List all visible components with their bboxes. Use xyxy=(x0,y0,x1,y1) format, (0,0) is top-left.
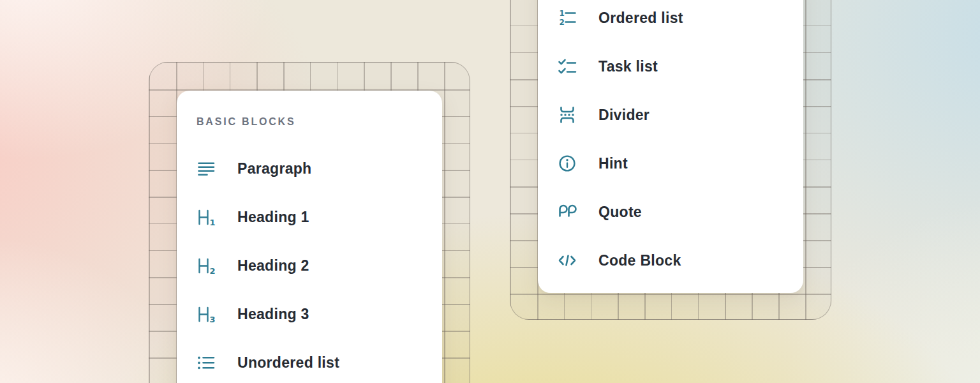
menu-item-heading-3[interactable]: 3 Heading 3 xyxy=(177,290,442,338)
section-label-basic-blocks: BASIC BLOCKS xyxy=(197,116,295,128)
menu-item-label: Ordered list xyxy=(598,10,683,27)
menu-item-label: Heading 2 xyxy=(237,257,309,274)
block-menu-right-card: 1 2 Ordered list Task list Divider Hint xyxy=(538,0,803,293)
menu-item-divider[interactable]: Divider xyxy=(538,91,803,139)
svg-text:3: 3 xyxy=(210,315,216,324)
menu-item-label: Unordered list xyxy=(237,354,339,372)
menu-item-unordered-list[interactable]: Unordered list xyxy=(177,338,442,383)
menu-item-hint[interactable]: Hint xyxy=(538,139,803,188)
task-list-icon xyxy=(557,56,577,77)
menu-item-label: Divider xyxy=(598,107,650,124)
menu-item-label: Hint xyxy=(598,155,628,172)
menu-item-label: Task list xyxy=(598,58,658,75)
menu-item-label: Code Block xyxy=(598,252,681,269)
svg-text:1: 1 xyxy=(560,9,565,18)
code-block-icon xyxy=(557,250,577,271)
menu-item-task-list[interactable]: Task list xyxy=(538,42,803,91)
menu-item-heading-2[interactable]: 2 Heading 2 xyxy=(177,241,442,290)
svg-text:2: 2 xyxy=(210,266,216,276)
gradient-background: { "menus": { "left": { "section_label": … xyxy=(0,0,980,383)
paragraph-icon xyxy=(196,158,216,179)
menu-item-ordered-list[interactable]: 1 2 Ordered list xyxy=(538,0,803,42)
menu-item-code-block[interactable]: Code Block xyxy=(538,236,803,285)
heading-1-icon: 1 xyxy=(196,207,216,227)
heading-3-icon: 3 xyxy=(196,304,216,324)
svg-text:2: 2 xyxy=(560,18,565,27)
svg-text:1: 1 xyxy=(210,218,216,227)
divider-icon xyxy=(557,105,577,125)
menu-item-label: Quote xyxy=(598,204,642,221)
unordered-list-icon xyxy=(196,352,216,373)
menu-item-quote[interactable]: Quote xyxy=(538,188,803,236)
hint-icon xyxy=(557,153,577,174)
menu-item-paragraph[interactable]: Paragraph xyxy=(177,144,442,193)
menu-item-label: Paragraph xyxy=(237,160,311,177)
ordered-list-icon: 1 2 xyxy=(557,8,577,28)
quote-icon xyxy=(557,202,577,222)
block-menu-left-card: BASIC BLOCKS Paragraph 1 Heading 1 2 Hea… xyxy=(177,91,442,383)
menu-item-label: Heading 3 xyxy=(237,306,309,323)
menu-item-label: Heading 1 xyxy=(237,209,309,226)
menu-item-heading-1[interactable]: 1 Heading 1 xyxy=(177,193,442,241)
heading-2-icon: 2 xyxy=(196,255,216,276)
